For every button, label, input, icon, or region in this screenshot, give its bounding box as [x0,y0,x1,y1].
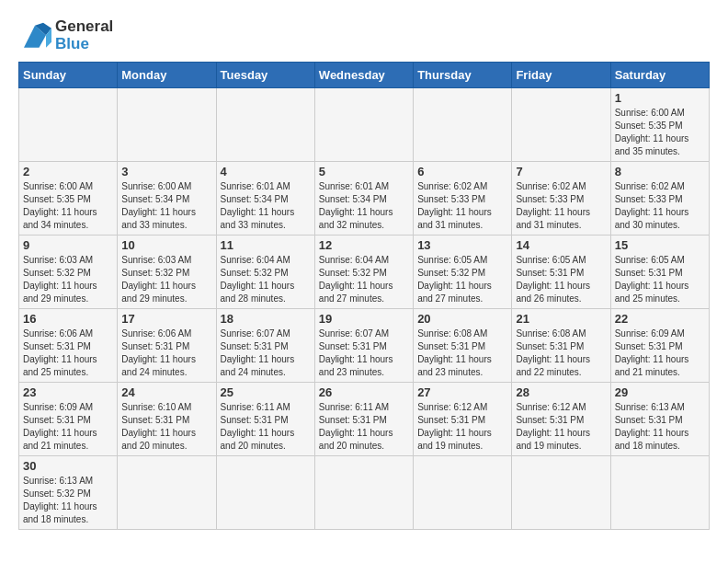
day-number: 16 [23,312,113,326]
weekday-header-row: SundayMondayTuesdayWednesdayThursdayFrid… [19,63,710,88]
calendar-day-cell: 13Sunrise: 6:05 AM Sunset: 5:32 PM Dayli… [414,236,512,309]
day-info: Sunrise: 6:05 AM Sunset: 5:32 PM Dayligh… [417,254,507,305]
calendar-day-cell [512,88,610,162]
calendar-day-cell: 18Sunrise: 6:07 AM Sunset: 5:31 PM Dayli… [216,309,314,383]
day-info: Sunrise: 6:09 AM Sunset: 5:31 PM Dayligh… [615,327,705,379]
calendar-day-cell: 10Sunrise: 6:03 AM Sunset: 5:32 PM Dayli… [118,236,216,309]
day-number: 20 [417,312,507,326]
calendar-day-cell [216,88,314,162]
calendar-day-cell: 1Sunrise: 6:00 AM Sunset: 5:35 PM Daylig… [610,88,709,162]
calendar-day-cell: 29Sunrise: 6:13 AM Sunset: 5:31 PM Dayli… [610,383,709,456]
calendar-day-cell [414,456,512,530]
calendar-day-cell: 2Sunrise: 6:00 AM Sunset: 5:35 PM Daylig… [19,162,118,236]
day-number: 26 [319,385,409,399]
day-info: Sunrise: 6:00 AM Sunset: 5:35 PM Dayligh… [615,107,705,158]
calendar-day-cell: 8Sunrise: 6:02 AM Sunset: 5:33 PM Daylig… [610,162,709,236]
day-number: 30 [23,459,113,473]
calendar-day-cell: 22Sunrise: 6:09 AM Sunset: 5:31 PM Dayli… [610,309,709,383]
day-info: Sunrise: 6:13 AM Sunset: 5:32 PM Dayligh… [23,475,113,526]
day-info: Sunrise: 6:09 AM Sunset: 5:31 PM Dayligh… [23,401,113,453]
calendar-day-cell: 27Sunrise: 6:12 AM Sunset: 5:31 PM Dayli… [414,383,512,456]
calendar-day-cell: 25Sunrise: 6:11 AM Sunset: 5:31 PM Dayli… [216,383,314,456]
day-number: 18 [221,312,311,326]
day-info: Sunrise: 6:04 AM Sunset: 5:32 PM Dayligh… [319,254,409,305]
calendar-week-row: 30Sunrise: 6:13 AM Sunset: 5:32 PM Dayli… [19,456,710,530]
weekday-header-monday: Monday [118,63,216,88]
day-number: 6 [417,165,507,178]
calendar-day-cell: 12Sunrise: 6:04 AM Sunset: 5:32 PM Dayli… [314,236,413,309]
calendar-week-row: 23Sunrise: 6:09 AM Sunset: 5:31 PM Dayli… [19,383,710,456]
calendar-day-cell: 5Sunrise: 6:01 AM Sunset: 5:34 PM Daylig… [314,162,413,236]
weekday-header-thursday: Thursday [414,63,512,88]
calendar-week-row: 16Sunrise: 6:06 AM Sunset: 5:31 PM Dayli… [19,309,710,383]
day-info: Sunrise: 6:01 AM Sunset: 5:34 PM Dayligh… [319,180,409,232]
calendar-day-cell: 6Sunrise: 6:02 AM Sunset: 5:33 PM Daylig… [414,162,512,236]
day-info: Sunrise: 6:06 AM Sunset: 5:31 PM Dayligh… [121,327,211,379]
day-number: 8 [615,165,705,178]
calendar-week-row: 2Sunrise: 6:00 AM Sunset: 5:35 PM Daylig… [19,162,710,236]
calendar-day-cell: 17Sunrise: 6:06 AM Sunset: 5:31 PM Dayli… [118,309,216,383]
calendar-day-cell [414,88,512,162]
day-info: Sunrise: 6:07 AM Sunset: 5:31 PM Dayligh… [221,327,311,379]
day-number: 10 [121,238,211,252]
calendar-day-cell: 16Sunrise: 6:06 AM Sunset: 5:31 PM Dayli… [19,309,118,383]
day-number: 28 [516,385,606,399]
day-number: 7 [516,165,606,178]
day-number: 4 [221,165,311,178]
calendar-day-cell: 11Sunrise: 6:04 AM Sunset: 5:32 PM Dayli… [216,236,314,309]
day-info: Sunrise: 6:12 AM Sunset: 5:31 PM Dayligh… [417,401,507,453]
day-number: 1 [615,91,705,105]
calendar-day-cell [19,88,118,162]
day-info: Sunrise: 6:11 AM Sunset: 5:31 PM Dayligh… [221,401,311,453]
calendar-day-cell: 26Sunrise: 6:11 AM Sunset: 5:31 PM Dayli… [314,383,413,456]
calendar-day-cell [216,456,314,530]
day-info: Sunrise: 6:04 AM Sunset: 5:32 PM Dayligh… [221,254,311,305]
calendar-day-cell [314,88,413,162]
calendar-day-cell: 9Sunrise: 6:03 AM Sunset: 5:32 PM Daylig… [19,236,118,309]
day-number: 29 [615,385,705,399]
calendar-day-cell [314,456,413,530]
generalblue-logo-icon [18,21,51,51]
calendar-day-cell: 14Sunrise: 6:05 AM Sunset: 5:31 PM Dayli… [512,236,610,309]
calendar-day-cell: 19Sunrise: 6:07 AM Sunset: 5:31 PM Dayli… [314,309,413,383]
day-info: Sunrise: 6:12 AM Sunset: 5:31 PM Dayligh… [516,401,606,453]
day-info: Sunrise: 6:13 AM Sunset: 5:31 PM Dayligh… [615,401,705,453]
day-number: 14 [516,238,606,252]
calendar-day-cell: 20Sunrise: 6:08 AM Sunset: 5:31 PM Dayli… [414,309,512,383]
day-number: 21 [516,312,606,326]
day-info: Sunrise: 6:01 AM Sunset: 5:34 PM Dayligh… [221,180,311,232]
day-number: 12 [319,238,409,252]
weekday-header-tuesday: Tuesday [216,63,314,88]
day-number: 23 [23,385,113,399]
calendar-day-cell: 7Sunrise: 6:02 AM Sunset: 5:33 PM Daylig… [512,162,610,236]
calendar-day-cell: 30Sunrise: 6:13 AM Sunset: 5:32 PM Dayli… [19,456,118,530]
weekday-header-sunday: Sunday [19,63,118,88]
day-number: 3 [121,165,211,178]
logo: General Blue [18,18,113,52]
day-info: Sunrise: 6:02 AM Sunset: 5:33 PM Dayligh… [615,180,705,232]
page-header: General Blue [18,18,710,52]
weekday-header-friday: Friday [512,63,610,88]
logo-text: General Blue [55,18,113,52]
day-info: Sunrise: 6:03 AM Sunset: 5:32 PM Dayligh… [121,254,211,305]
day-info: Sunrise: 6:00 AM Sunset: 5:34 PM Dayligh… [121,180,211,232]
day-number: 24 [121,385,211,399]
calendar-week-row: 9Sunrise: 6:03 AM Sunset: 5:32 PM Daylig… [19,236,710,309]
calendar-day-cell: 4Sunrise: 6:01 AM Sunset: 5:34 PM Daylig… [216,162,314,236]
calendar-day-cell [118,88,216,162]
calendar-day-cell [610,456,709,530]
day-info: Sunrise: 6:05 AM Sunset: 5:31 PM Dayligh… [516,254,606,305]
calendar-table: SundayMondayTuesdayWednesdayThursdayFrid… [18,62,710,530]
day-info: Sunrise: 6:00 AM Sunset: 5:35 PM Dayligh… [23,180,113,232]
day-info: Sunrise: 6:05 AM Sunset: 5:31 PM Dayligh… [615,254,705,305]
day-number: 19 [319,312,409,326]
day-number: 2 [23,165,113,178]
calendar-day-cell: 24Sunrise: 6:10 AM Sunset: 5:31 PM Dayli… [118,383,216,456]
day-info: Sunrise: 6:11 AM Sunset: 5:31 PM Dayligh… [319,401,409,453]
day-info: Sunrise: 6:08 AM Sunset: 5:31 PM Dayligh… [417,327,507,379]
day-info: Sunrise: 6:08 AM Sunset: 5:31 PM Dayligh… [516,327,606,379]
calendar-day-cell: 23Sunrise: 6:09 AM Sunset: 5:31 PM Dayli… [19,383,118,456]
calendar-day-cell: 28Sunrise: 6:12 AM Sunset: 5:31 PM Dayli… [512,383,610,456]
day-number: 9 [23,238,113,252]
calendar-day-cell [118,456,216,530]
